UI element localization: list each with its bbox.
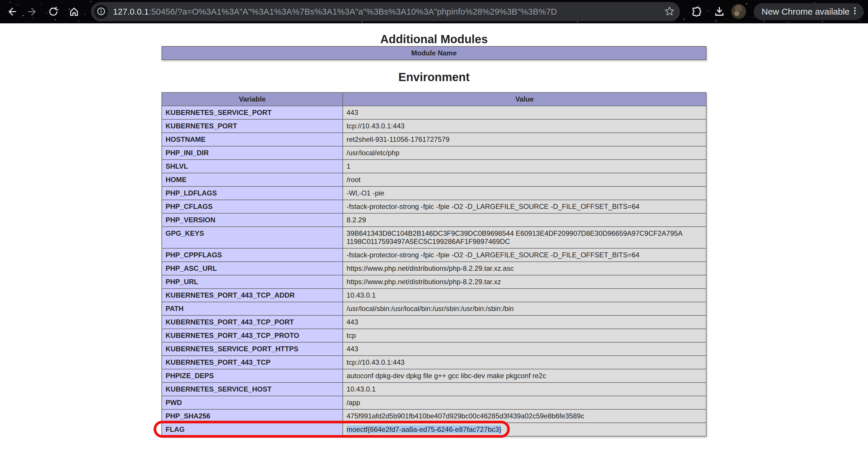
env-variable-cell: KUBERNETES_SERVICE_PORT <box>162 106 343 119</box>
env-variable-cell: GPG_KEYS <box>162 227 343 248</box>
env-variable-cell: PHP_INI_DIR <box>162 146 343 160</box>
env-variable-cell: HOME <box>162 173 343 187</box>
site-info-button[interactable] <box>94 5 108 19</box>
env-variable-cell: PHP_URL <box>162 275 343 289</box>
arrow-left-icon <box>6 6 17 17</box>
forward-button[interactable] <box>25 3 41 20</box>
env-row: PATH /usr/local/sbin:/usr/local/bin:/usr… <box>162 302 706 315</box>
env-value-cell: tcp://10.43.0.1:443 <box>343 356 706 369</box>
profile-avatar[interactable] <box>731 4 746 19</box>
env-row: SHLVL 1 <box>162 160 706 173</box>
column-header-variable: Variable <box>162 92 343 106</box>
env-value-cell: 10.43.0.1 <box>343 289 706 302</box>
env-value-cell: /usr/local/sbin:/usr/local/bin:/usr/sbin… <box>343 302 706 315</box>
back-button[interactable] <box>3 3 20 20</box>
env-value-cell: 1 <box>343 160 706 173</box>
reload-button[interactable] <box>45 3 62 20</box>
env-value-cell: -fstack-protector-strong -fpic -fpie -O2… <box>343 200 706 213</box>
env-row: PHP_SHA256 475f991afd2d5b901fb410be407d9… <box>162 409 706 423</box>
column-header-value: Value <box>343 92 706 106</box>
downloads-button[interactable] <box>711 3 727 20</box>
env-row: KUBERNETES_PORT_443_TCP_PORT 443 <box>162 315 706 329</box>
starfield-theme-decor <box>0 0 1 1</box>
env-variable-cell: PATH <box>162 302 343 315</box>
environment-header-row: Variable Value <box>162 92 706 106</box>
environment-table: Variable Value KUBERNETES_SERVICE_PORT 4… <box>161 92 707 436</box>
env-row: PHP_CPPFLAGS -fstack-protector-strong -f… <box>162 248 706 262</box>
extensions-button[interactable] <box>688 3 705 20</box>
chrome-update-label: New Chrome available <box>762 7 850 17</box>
env-row: HOSTNAME ret2shell-931-11056-1761727579 <box>162 133 706 146</box>
env-value-cell: 443 <box>343 342 706 356</box>
env-row: PHP_URL https://www.php.net/distribution… <box>162 275 706 289</box>
starfield-theme-decor <box>0 0 1 1</box>
env-value-cell: -Wl,-O1 -pie <box>343 187 706 200</box>
chrome-update-button[interactable]: New Chrome available <box>754 3 864 20</box>
env-variable-cell: PHP_SHA256 <box>162 409 343 423</box>
env-value-cell: /usr/local/etc/php <box>343 146 706 160</box>
env-row: KUBERNETES_SERVICE_PORT 443 <box>162 106 706 119</box>
env-row: PHP_LDFLAGS -Wl,-O1 -pie <box>162 187 706 200</box>
env-value-cell: https://www.php.net/distributions/php-8.… <box>343 262 706 275</box>
env-variable-cell: KUBERNETES_PORT_443_TCP_PORT <box>162 315 343 329</box>
info-icon <box>96 6 106 17</box>
address-bar[interactable]: 127.0.0.1:50456/?a=O%3A1%3A"A"%3A1%3A%7B… <box>91 2 680 21</box>
env-value-cell: 475f991afd2d5b901fb410be407d929bc00c4628… <box>343 409 706 423</box>
url-path: :50456/?a=O%3A1%3A"A"%3A1%3A%7Bs%3A1%3A"… <box>149 7 557 16</box>
module-name-header-row: Module Name <box>162 47 706 60</box>
env-row: PWD /app <box>162 396 706 409</box>
home-button[interactable] <box>66 3 82 20</box>
three-dots-menu-icon[interactable] <box>850 5 860 18</box>
env-variable-cell: PHP_ASC_URL <box>162 262 343 275</box>
env-row: KUBERNETES_SERVICE_PORT_HTTPS 443 <box>162 342 706 356</box>
env-row: KUBERNETES_PORT tcp://10.43.0.1:443 <box>162 119 706 133</box>
env-variable-cell: HOSTNAME <box>162 133 343 146</box>
env-value-cell: ret2shell-931-11056-1761727579 <box>343 133 706 146</box>
env-variable-cell: KUBERNETES_SERVICE_PORT_HTTPS <box>162 342 343 356</box>
star-icon <box>664 5 675 18</box>
env-row: PHPIZE_DEPS autoconf dpkg-dev dpkg file … <box>162 369 706 382</box>
reload-icon <box>48 6 59 17</box>
env-value-cell: -fstack-protector-strong -fpic -fpie -O2… <box>343 248 706 262</box>
env-variable-cell: SHLVL <box>162 160 343 173</box>
env-value-cell: /app <box>343 396 706 409</box>
env-variable-cell: KUBERNETES_SERVICE_HOST <box>162 382 343 396</box>
env-variable-cell: PHPIZE_DEPS <box>162 369 343 382</box>
module-name-table: Module Name <box>161 46 707 60</box>
env-value-cell: 443 <box>343 106 706 119</box>
env-row: FLAG moectf{664e2fd7-aa8a-ed75-6246-e87f… <box>162 423 706 436</box>
env-value-cell: 443 <box>343 315 706 329</box>
env-value-cell: tcp <box>343 329 706 342</box>
env-value-cell: 39B641343D8C104B2B146DC3F9C39DC0B9698544… <box>343 227 706 248</box>
env-row: KUBERNETES_PORT_443_TCP_ADDR 10.43.0.1 <box>162 289 706 302</box>
env-variable-cell: FLAG <box>162 423 343 436</box>
url-text: 127.0.0.1:50456/?a=O%3A1%3A"A"%3A1%3A%7B… <box>113 7 660 17</box>
env-row: PHP_INI_DIR /usr/local/etc/php <box>162 146 706 160</box>
section-title-additional-modules: Additional Modules <box>0 32 868 46</box>
env-variable-cell: KUBERNETES_PORT_443_TCP <box>162 356 343 369</box>
puzzle-icon <box>691 6 703 18</box>
env-row: PHP_ASC_URL https://www.php.net/distribu… <box>162 262 706 275</box>
env-value-cell: tcp://10.43.0.1:443 <box>343 119 706 133</box>
phpinfo-page: Additional Modules Module Name Environme… <box>0 32 868 436</box>
arrow-right-icon <box>27 6 38 17</box>
section-title-environment: Environment <box>0 70 868 84</box>
env-variable-cell: KUBERNETES_PORT <box>162 119 343 133</box>
env-variable-cell: PHP_CFLAGS <box>162 200 343 213</box>
env-row: KUBERNETES_SERVICE_HOST 10.43.0.1 <box>162 382 706 396</box>
env-row: PHP_VERSION 8.2.29 <box>162 213 706 227</box>
env-value-cell: autoconf dpkg-dev dpkg file g++ gcc libc… <box>343 369 706 382</box>
browser-toolbar: 127.0.0.1:50456/?a=O%3A1%3A"A"%3A1%3A%7B… <box>0 0 868 23</box>
env-value-cell: 10.43.0.1 <box>343 382 706 396</box>
env-variable-cell: PWD <box>162 396 343 409</box>
env-row: KUBERNETES_PORT_443_TCP_PROTO tcp <box>162 329 706 342</box>
env-variable-cell: PHP_CPPFLAGS <box>162 248 343 262</box>
env-variable-cell: PHP_VERSION <box>162 213 343 227</box>
env-value-cell: 8.2.29 <box>343 213 706 227</box>
selected-flag-text: moectf{664e2fd7-aa8a-ed75-6246-e87fac727… <box>346 425 501 433</box>
env-variable-cell: KUBERNETES_PORT_443_TCP_ADDR <box>162 289 343 302</box>
bookmark-button[interactable] <box>664 5 675 18</box>
env-variable-cell: KUBERNETES_PORT_443_TCP_PROTO <box>162 329 343 342</box>
env-value-cell: moectf{664e2fd7-aa8a-ed75-6246-e87fac727… <box>343 423 706 436</box>
env-row: GPG_KEYS 39B641343D8C104B2B146DC3F9C39DC… <box>162 227 706 248</box>
